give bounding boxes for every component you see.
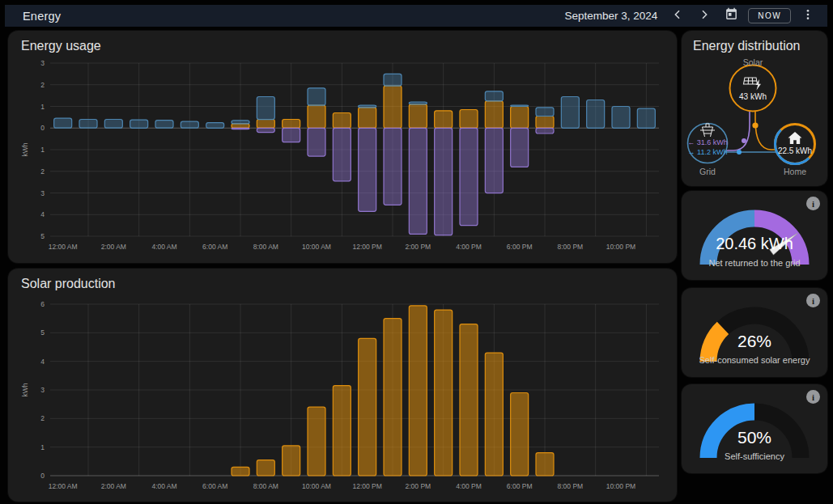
svg-text:0: 0 xyxy=(40,124,45,132)
chevron-right-icon xyxy=(698,8,711,24)
svg-text:6:00 AM: 6:00 AM xyxy=(202,482,227,490)
svg-text:1: 1 xyxy=(40,443,45,451)
grid-export-value: ← 31.6 kWh xyxy=(682,138,733,146)
dots-vertical-icon xyxy=(801,8,814,24)
gauge-value: 20.46 kWh xyxy=(682,235,827,253)
svg-text:kWh: kWh xyxy=(21,142,29,156)
date-picker-label[interactable]: September 3, 2024 xyxy=(565,10,658,22)
home-node-value: 22.5 kWh xyxy=(769,146,821,155)
svg-text:1: 1 xyxy=(40,103,45,111)
solar-production-title: Solar production xyxy=(8,269,677,291)
svg-text:1: 1 xyxy=(40,146,45,154)
svg-text:3: 3 xyxy=(40,189,45,197)
gauge-label: Self-consumed solar energy xyxy=(682,355,827,365)
svg-text:2:00 PM: 2:00 PM xyxy=(406,482,431,490)
self-consumed-gauge-card: i 26% Self-consumed solar energy xyxy=(682,288,827,377)
solar-production-card: Solar production 012345612:00 AM2:00 AM4… xyxy=(8,269,677,502)
svg-text:4:00 AM: 4:00 AM xyxy=(151,243,176,251)
svg-text:6:00 AM: 6:00 AM xyxy=(202,243,227,251)
solar-node-value: 43 kWh xyxy=(724,92,782,101)
self-sufficiency-gauge-card: i 50% Self-sufficiency xyxy=(682,384,827,473)
gauge-value: 50% xyxy=(682,428,827,447)
svg-text:10:00 PM: 10:00 PM xyxy=(606,243,635,251)
energy-dashboard: Energy September 3, 2024 NOW xyxy=(0,0,833,504)
energy-usage-title: Energy usage xyxy=(8,31,677,53)
svg-text:8:00 AM: 8:00 AM xyxy=(253,243,278,251)
energy-distribution-card: Energy distribution Solar 43 kWh ← 31.6 … xyxy=(682,31,827,186)
home-node-label: Home xyxy=(772,167,818,176)
svg-text:4: 4 xyxy=(40,358,45,366)
svg-text:0: 0 xyxy=(40,472,45,480)
svg-text:3: 3 xyxy=(40,386,45,394)
now-button[interactable]: NOW xyxy=(748,8,791,23)
header-bar: Energy September 3, 2024 NOW xyxy=(5,5,827,27)
svg-text:10:00 PM: 10:00 PM xyxy=(606,482,635,490)
svg-text:3: 3 xyxy=(40,59,45,67)
svg-text:12:00 AM: 12:00 AM xyxy=(49,243,78,251)
solar-node-label: Solar xyxy=(682,57,824,67)
previous-period-button[interactable] xyxy=(668,6,687,26)
svg-text:2: 2 xyxy=(40,81,45,89)
grid-import-value: → 11.2 kWh xyxy=(682,148,733,156)
svg-text:2:00 AM: 2:00 AM xyxy=(101,243,126,251)
svg-text:12:00 PM: 12:00 PM xyxy=(352,243,381,251)
svg-text:12:00 AM: 12:00 AM xyxy=(49,482,78,490)
net-returned-gauge-card: i 20.46 kWh Net returned to the grid xyxy=(682,191,827,280)
overflow-menu-button[interactable] xyxy=(798,6,818,26)
energy-flow-diagram xyxy=(682,31,827,186)
svg-text:4: 4 xyxy=(40,210,45,218)
svg-text:2:00 PM: 2:00 PM xyxy=(406,243,431,251)
svg-text:4:00 PM: 4:00 PM xyxy=(456,482,482,490)
svg-text:6:00 PM: 6:00 PM xyxy=(507,243,533,251)
energy-usage-chart[interactable]: 54321012312:00 AM2:00 AM4:00 AM6:00 AM8:… xyxy=(21,55,664,260)
svg-text:5: 5 xyxy=(40,232,45,240)
svg-text:8:00 PM: 8:00 PM xyxy=(558,243,584,251)
svg-text:2: 2 xyxy=(40,167,45,176)
next-period-button[interactable] xyxy=(695,6,714,26)
svg-text:10:00 AM: 10:00 AM xyxy=(302,243,331,251)
gauge-label: Net returned to the grid xyxy=(682,258,827,268)
svg-text:2: 2 xyxy=(40,414,45,422)
grid-node-label: Grid xyxy=(685,167,730,176)
svg-text:6: 6 xyxy=(40,300,45,308)
gauge-value: 26% xyxy=(682,332,827,351)
chevron-left-icon xyxy=(671,8,684,24)
svg-text:12:00 PM: 12:00 PM xyxy=(352,482,381,490)
solar-production-chart[interactable]: 012345612:00 AM2:00 AM4:00 AM6:00 AM8:00… xyxy=(21,293,664,500)
calendar-button[interactable] xyxy=(721,6,741,26)
gauge-label: Self-sufficiency xyxy=(682,451,827,461)
svg-text:8:00 AM: 8:00 AM xyxy=(253,482,278,490)
svg-text:10:00 AM: 10:00 AM xyxy=(302,482,331,490)
svg-text:2:00 AM: 2:00 AM xyxy=(101,482,126,490)
svg-text:4:00 PM: 4:00 PM xyxy=(456,243,482,251)
page-title: Energy xyxy=(23,10,61,23)
svg-text:5: 5 xyxy=(40,328,45,337)
calendar-icon xyxy=(725,7,738,24)
svg-text:6:00 PM: 6:00 PM xyxy=(507,482,533,490)
energy-usage-card: Energy usage 54321012312:00 AM2:00 AM4:0… xyxy=(8,31,677,263)
svg-text:8:00 PM: 8:00 PM xyxy=(558,482,584,490)
svg-text:4:00 AM: 4:00 AM xyxy=(151,482,176,490)
svg-text:kWh: kWh xyxy=(21,383,29,396)
